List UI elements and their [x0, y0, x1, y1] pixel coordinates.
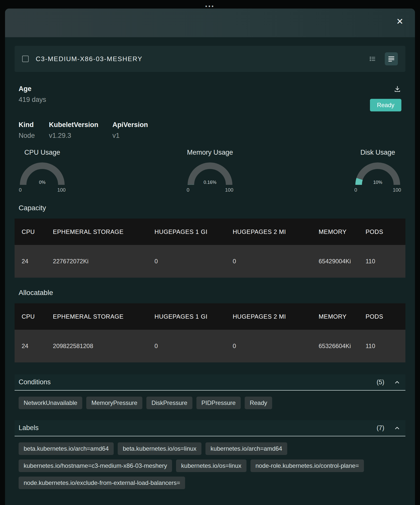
condition-chip: MemoryPressure — [86, 397, 142, 409]
cell: 0 — [226, 330, 312, 362]
capacity-header-row: CPU EPHEMERAL STORAGE HUGEPAGES 1 GI HUG… — [15, 219, 405, 245]
label-chip: node.kubernetes.io/exclude-from-external… — [19, 477, 185, 489]
cell: 209822581208 — [46, 330, 147, 362]
node-title: C3-MEDIUM-X86-03-MESHERY — [36, 55, 143, 63]
column-header: HUGEPAGES 2 MI — [226, 219, 312, 245]
api-version-label: ApiVersion — [112, 121, 148, 129]
cell: 227672072Ki — [46, 245, 147, 278]
cell: 65326604Ki — [312, 330, 358, 362]
cell: 24 — [15, 245, 46, 278]
kubelet-version-label: KubeletVersion — [49, 121, 99, 129]
cell: 65429004Ki — [312, 245, 358, 278]
labels-chips: beta.kubernetes.io/arch=amd64 beta.kuber… — [15, 442, 405, 489]
meta-actions: Ready — [370, 85, 401, 111]
cpu-usage-gauge: CPU Usage 0% 0 100 — [17, 149, 67, 193]
gauge-title: Memory Usage — [187, 149, 233, 156]
cell: 0 — [147, 245, 226, 278]
cell: 0 — [147, 330, 226, 362]
select-checkbox[interactable] — [22, 56, 29, 62]
condition-chip: NetworkUnavailable — [19, 397, 82, 409]
status-badge: Ready — [370, 99, 401, 111]
gauge-title: Disk Usage — [360, 149, 395, 156]
table-row: 24 227672072Ki 0 0 65429004Ki 110 — [15, 245, 405, 278]
gauge-scale: 0 100 — [187, 187, 233, 193]
kind-version-row: Kind Node KubeletVersion v1.29.3 ApiVers… — [15, 121, 405, 140]
column-header: HUGEPAGES 1 GI — [147, 219, 226, 245]
table-row: 24 209822581208 0 0 65326604Ki 110 — [15, 330, 405, 362]
column-header: MEMORY — [312, 303, 358, 330]
conditions-section-header[interactable]: Conditions (5) — [15, 374, 405, 391]
disk-usage-gauge: Disk Usage 10% 0 100 — [353, 149, 403, 193]
api-version-value: v1 — [112, 132, 148, 140]
cell: 110 — [358, 245, 405, 278]
capacity-heading: Capacity — [15, 204, 405, 212]
modal-header: ✕ — [5, 9, 415, 37]
chevron-up-icon[interactable] — [393, 424, 401, 432]
gauge-min: 0 — [354, 187, 357, 193]
node-details-modal: ✕ C3-MEDIUM-X86-03-MESHERY — [5, 9, 415, 505]
labels-heading: Labels — [19, 424, 376, 432]
labels-section-header[interactable]: Labels (7) — [15, 420, 405, 436]
column-header: PODS — [358, 219, 405, 245]
cell: 0 — [226, 245, 312, 278]
label-chip: kubernetes.io/os=linux — [176, 459, 246, 472]
column-header: HUGEPAGES 2 MI — [226, 303, 312, 330]
gauge-scale: 0 100 — [19, 187, 66, 193]
column-header: EPHEMERAL STORAGE — [46, 303, 147, 330]
age-block: Age 419 days — [19, 85, 46, 104]
gauge-max: 100 — [57, 187, 66, 193]
gauge-max: 100 — [393, 187, 401, 193]
kubelet-version-value: v1.29.3 — [49, 132, 99, 140]
gauge-min: 0 — [187, 187, 189, 193]
cell: 24 — [15, 330, 46, 362]
conditions-count: (5) — [376, 378, 384, 386]
kubelet-version-field: KubeletVersion v1.29.3 — [49, 121, 99, 140]
column-header: CPU — [15, 303, 46, 330]
allocatable-table: CPU EPHEMERAL STORAGE HUGEPAGES 1 GI HUG… — [15, 303, 405, 362]
condition-chip: PIDPressure — [196, 397, 241, 409]
usage-gauges: CPU Usage 0% 0 100 Memory Usage — [15, 149, 405, 193]
capacity-table: CPU EPHEMERAL STORAGE HUGEPAGES 1 GI HUG… — [15, 219, 405, 278]
column-header: MEMORY — [312, 219, 358, 245]
gauge-value: 10% — [355, 180, 400, 185]
column-header: CPU — [15, 219, 46, 245]
meta-row: Age 419 days Ready — [15, 85, 405, 111]
chevron-up-icon[interactable] — [393, 378, 401, 387]
conditions-heading: Conditions — [19, 378, 376, 386]
label-chip: node-role.kubernetes.io/control-plane= — [250, 459, 364, 472]
label-chip: beta.kubernetes.io/arch=amd64 — [19, 442, 114, 455]
gauge-max: 100 — [225, 187, 233, 193]
compact-view-toggle-icon[interactable] — [367, 54, 378, 64]
gauge-value: 0.16% — [188, 180, 232, 185]
kind-label: Kind — [19, 121, 35, 129]
gauge-scale: 0 100 — [354, 187, 401, 193]
kind-value: Node — [19, 132, 35, 140]
age-value: 419 days — [19, 96, 46, 104]
column-header: PODS — [358, 303, 405, 330]
allocatable-header-row: CPU EPHEMERAL STORAGE HUGEPAGES 1 GI HUG… — [15, 303, 405, 330]
gauge-min: 0 — [19, 187, 22, 193]
kind-field: Kind Node — [19, 121, 35, 140]
label-chip: kubernetes.io/hostname=c3-medium-x86-03-… — [19, 459, 172, 472]
age-label: Age — [19, 85, 46, 93]
api-version-field: ApiVersion v1 — [112, 121, 148, 140]
column-header: HUGEPAGES 1 GI — [147, 303, 226, 330]
close-icon[interactable]: ✕ — [396, 17, 404, 26]
labels-count: (7) — [376, 424, 384, 432]
memory-usage-gauge: Memory Usage 0.16% 0 100 — [185, 149, 235, 193]
label-chip: beta.kubernetes.io/os=linux — [118, 442, 201, 455]
node-card-header: C3-MEDIUM-X86-03-MESHERY — [15, 46, 405, 72]
condition-chip: Ready — [245, 397, 272, 409]
conditions-chips: NetworkUnavailable MemoryPressure DiskPr… — [15, 397, 405, 409]
detailed-view-toggle-icon[interactable] — [385, 52, 398, 65]
cell: 110 — [358, 330, 405, 362]
modal-content: C3-MEDIUM-X86-03-MESHERY Age 419 days — [5, 37, 415, 505]
download-icon[interactable] — [393, 85, 401, 94]
allocatable-heading: Allocatable — [15, 289, 405, 297]
label-chip: kubernetes.io/arch=amd64 — [205, 442, 287, 455]
column-header: EPHEMERAL STORAGE — [46, 219, 147, 245]
gauge-title: CPU Usage — [24, 149, 60, 156]
gauge-value: 0% — [20, 180, 65, 185]
condition-chip: DiskPressure — [146, 397, 192, 409]
